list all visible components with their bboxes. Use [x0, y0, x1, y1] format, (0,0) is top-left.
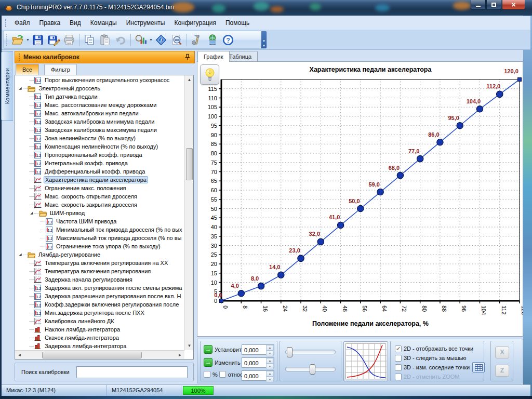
save-button[interactable]	[30, 33, 46, 47]
tree-item[interactable]: Задержка начала регулирования	[16, 275, 184, 284]
help-button[interactable]: ?	[220, 33, 236, 47]
show-all-points-checkbox[interactable]: ✔	[395, 345, 402, 352]
tree-item[interactable]: Ограничение макс. положения	[16, 184, 184, 192]
spin-down-icon[interactable]: ▼	[266, 364, 274, 369]
print-button[interactable]	[61, 33, 77, 47]
tree-item[interactable]: 1.2Ограничение тока упора (% по выходу)	[16, 242, 184, 250]
tree-item[interactable]: 1.2Компенсация нелинейности (% по выходу…	[16, 142, 184, 151]
data-point[interactable]	[497, 91, 503, 97]
open-button[interactable]	[10, 33, 25, 47]
spin-up-icon[interactable]: ▲	[266, 371, 274, 377]
scroll-down-icon[interactable]: ▼	[185, 341, 194, 350]
data-point[interactable]	[377, 189, 383, 195]
save-as-button[interactable]	[46, 33, 61, 47]
data-point[interactable]	[337, 222, 343, 228]
tree-expander-icon[interactable]: ◢	[18, 252, 23, 257]
tree-item[interactable]: Калибровка линейного ДК	[16, 317, 184, 325]
maximize-button[interactable]	[486, 0, 501, 10]
scrollbar-thumb[interactable]	[186, 148, 193, 180]
menu-help[interactable]: Помощь	[221, 19, 254, 26]
hint-button[interactable]	[200, 64, 219, 85]
tree-item[interactable]: ◢Лямбда-регулирование	[16, 250, 184, 259]
smooth-slider-2[interactable]	[285, 367, 336, 371]
toolbar-overflow-button[interactable]: ▾▾	[261, 31, 267, 48]
axis-z-button[interactable]: Z	[495, 365, 509, 377]
scroll-up-icon[interactable]: ▲	[185, 75, 194, 84]
slider-thumb[interactable]	[310, 364, 315, 375]
tree-item[interactable]: 1.2Интегральный коэфф. привода	[16, 159, 184, 167]
menu-file[interactable]: Файл	[10, 19, 35, 26]
tree-item[interactable]: Характеристика педали акселератора	[16, 176, 184, 184]
tree-item[interactable]: ◢ШИМ-привод	[16, 209, 184, 217]
data-point[interactable]	[220, 299, 223, 303]
tree-item[interactable]: 1.2Макс. рассогласование между дорожками	[16, 101, 184, 109]
data-point[interactable]	[397, 172, 403, 178]
tree-item[interactable]: 1.2Коэфф.задержки включения регулировани…	[16, 300, 184, 309]
data-point[interactable]	[457, 123, 463, 129]
tools-button[interactable]	[189, 33, 205, 47]
scroll-left-icon[interactable]: ◄	[15, 351, 24, 360]
tree-item[interactable]: Макс. скорость закрытия дросселя	[16, 201, 184, 209]
paste-button[interactable]	[97, 33, 113, 47]
tree-item[interactable]: 1.2Частота ШИМ привода	[16, 217, 184, 225]
spin-up-icon[interactable]: ▲	[266, 345, 274, 351]
scrollbar-thumb[interactable]	[42, 352, 142, 358]
relative-checkbox[interactable]	[219, 371, 226, 378]
copy-button[interactable]	[82, 33, 97, 47]
tree-item[interactable]: 1.2Задержка вкл. регулирования после сме…	[16, 284, 184, 292]
tab-filter[interactable]: Фильтр	[44, 64, 77, 75]
menu-commands[interactable]: Команды	[86, 19, 122, 26]
close-button[interactable]: ×	[502, 0, 525, 10]
info-button[interactable]: i	[153, 33, 169, 47]
data-point[interactable]	[437, 139, 443, 145]
open-dropdown-icon[interactable]: ▾	[25, 37, 30, 42]
data-point[interactable]	[238, 290, 244, 297]
set-to-input[interactable]	[242, 345, 266, 354]
curve-preview-button[interactable]	[343, 341, 388, 381]
tree-item[interactable]: 1.2Тип датчика педали	[16, 92, 184, 101]
data-point[interactable]	[357, 205, 364, 211]
tree-vertical-scrollbar[interactable]: ▲ ▼	[184, 75, 193, 350]
data-point[interactable]	[476, 106, 483, 112]
tree-item[interactable]: 1.2Порог выключения отрицательного ускор…	[16, 76, 184, 84]
edit-neighbors-checkbox[interactable]	[395, 364, 402, 371]
table-grid-button[interactable]	[472, 362, 485, 373]
data-point[interactable]	[298, 255, 304, 261]
axis-x-button[interactable]: X	[495, 347, 509, 358]
tree-item[interactable]: Наклон лямбда-интегратора	[16, 325, 184, 334]
menu-configuration[interactable]: Конфигурация	[169, 19, 221, 26]
tree-item[interactable]: ◢Электронный дроссель	[16, 84, 184, 92]
web-button[interactable]	[205, 33, 220, 47]
tree-item[interactable]: Температура включения регулирования на Х…	[16, 259, 184, 267]
spin-up-icon[interactable]: ▲	[266, 358, 274, 364]
tab-all[interactable]: Все	[16, 64, 39, 75]
chart-zoom-button[interactable]	[133, 33, 149, 47]
tree-item[interactable]: 1.2Максимальный ток привода дросселя (% …	[16, 234, 184, 242]
spin-down-icon[interactable]: ▼	[266, 351, 274, 356]
percent-checkbox[interactable]	[204, 371, 210, 378]
tree-item[interactable]: 1.2Дифференциальный коэфф. привода	[16, 167, 184, 176]
menu-view[interactable]: Вид	[65, 19, 86, 26]
pedal-chart[interactable]: Характеристика педали акселератора051015…	[197, 62, 523, 336]
slider-thumb[interactable]	[287, 347, 292, 357]
data-point[interactable]	[258, 283, 264, 289]
tree-expander-icon[interactable]: ◢	[29, 211, 34, 215]
data-point[interactable]	[278, 272, 284, 278]
tree-item[interactable]: 1.2Пропорциональный коэфф. привода	[16, 151, 184, 159]
change-by-input[interactable]	[242, 358, 266, 367]
tree-item[interactable]: 1.2Минимальный ток привода дросселя (% п…	[16, 225, 184, 234]
tree-item[interactable]: 1.2Задержка разрешения регулирования пос…	[16, 292, 184, 300]
search-input[interactable]	[76, 366, 188, 378]
tree-item[interactable]: Скачок лямбда-интегратора	[16, 334, 184, 342]
tree-item[interactable]: 1.2Мин.задержка регулятора после ПХХ	[16, 309, 184, 317]
pin-icon[interactable]	[184, 54, 191, 61]
tab-comments[interactable]: Комментарии	[1, 51, 13, 121]
tree-item[interactable]: Задержка лямбда-интегратора	[16, 342, 184, 350]
tree-expander-icon[interactable]: ◢	[18, 86, 23, 90]
tree-item[interactable]: Макс. скорость открытия дросселя	[16, 192, 184, 201]
data-point[interactable]	[317, 238, 324, 245]
tree-item[interactable]: 1.2Заводская калибровка максимума педали	[16, 126, 184, 134]
tree-item[interactable]: 1.2Заводская калибровка минимума педали	[16, 117, 184, 126]
minimize-button[interactable]	[471, 0, 486, 10]
tree-item[interactable]: 1.2Макс. автокалибровки нуля педали	[16, 109, 184, 117]
